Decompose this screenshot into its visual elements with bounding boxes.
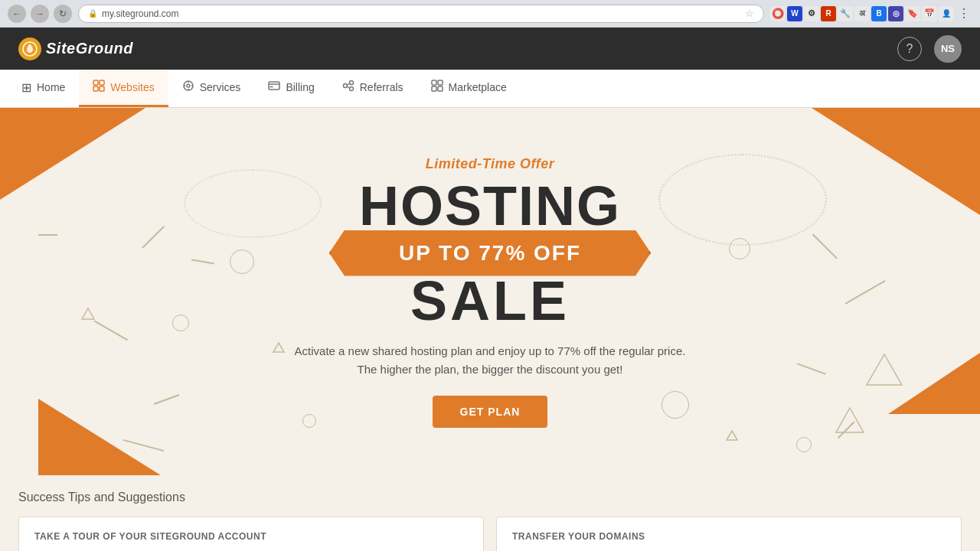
billing-icon [268,80,280,94]
ext-3[interactable]: R [821,6,836,21]
nav-websites[interactable]: Websites [79,70,168,107]
ext-10[interactable]: 👤 [939,6,954,21]
deco-circle-1 [230,249,254,274]
main-nav: ⊞ Home Websites Services [0,70,980,108]
limited-offer-text: Limited-Time Offer [426,156,554,172]
svg-rect-2 [100,80,104,85]
svg-rect-22 [438,86,443,91]
deco-small-tri-3 [725,429,739,445]
nav-marketplace-label: Marketplace [449,81,507,93]
get-plan-button[interactable]: GET PLAN [433,396,548,428]
deco-line-1 [142,226,164,248]
svg-rect-4 [100,86,104,91]
deco-line-3 [94,321,128,341]
svg-rect-1 [93,80,98,85]
svg-rect-3 [93,86,98,91]
subtitle-line2: The higher the plan, the bigger the disc… [295,360,686,379]
avatar[interactable]: NS [934,35,962,63]
url-text: my.siteground.com [102,8,740,19]
deco-small-tri-4 [835,406,865,437]
nav-marketplace[interactable]: Marketplace [417,70,521,107]
deco-circle-4 [729,238,750,259]
logo-text: SiteGround [46,40,133,57]
svg-marker-25 [727,431,737,440]
svg-point-6 [187,84,190,87]
ext-1[interactable]: W [787,6,802,21]
bottom-section: Success Tips and Suggestions TAKE A TOUR… [0,475,980,551]
sale-text: SALE [410,273,570,328]
banner-content: Limited-Time Offer HOSTING UP TO 77% OFF… [279,156,701,428]
cards-row: TAKE A TOUR OF YOUR SITEGROUND ACCOUNT T… [18,517,962,551]
nav-referrals-label: Referrals [360,81,403,93]
nav-referrals[interactable]: Referrals [328,70,417,107]
refresh-button[interactable]: ↻ [54,5,72,23]
referrals-icon [342,80,354,95]
ext-7[interactable]: ◎ [888,6,903,21]
deco-triangle-bottomright [888,353,980,414]
deco-line-2 [191,259,214,264]
svg-point-16 [349,87,353,91]
ext-2[interactable]: ⚙ [804,6,819,21]
nav-billing[interactable]: Billing [254,70,328,107]
svg-marker-26 [836,408,864,432]
deco-circle-2 [172,315,189,331]
extension-icons: ⭕ W ⚙ R 🔧 अ B ◎ 🔖 📅 👤 ⋮ [770,5,972,22]
deco-line-8 [797,363,826,374]
card-transfer[interactable]: TRANSFER YOUR DOMAINS [496,517,962,551]
back-button[interactable]: ← [8,5,26,23]
banner-subtitle: Activate a new shared hosting plan and e… [295,342,686,379]
success-tips-title: Success Tips and Suggestions [18,491,962,504]
hosting-text: HOSTING [359,178,621,233]
ext-5[interactable]: अ [854,6,870,21]
svg-rect-21 [432,86,436,91]
nav-home-label: Home [37,81,65,93]
ext-opera[interactable]: ⭕ [770,6,786,21]
sg-logo[interactable]: SiteGround [18,37,133,60]
subtitle-line1: Activate a new shared hosting plan and e… [295,342,686,360]
svg-line-17 [347,83,350,85]
ext-6[interactable]: B [871,6,887,21]
header-right: ? NS [897,35,962,63]
svg-marker-23 [82,308,94,319]
nav-billing-label: Billing [286,81,314,93]
browser-chrome: ← → ↻ 🔒 my.siteground.com ☆ ⭕ W ⚙ R 🔧 अ … [0,0,980,28]
ext-8[interactable]: 🔖 [905,6,920,21]
deco-line-4 [154,394,179,404]
deco-line-6 [812,233,838,259]
svg-rect-19 [432,80,436,85]
star-icon[interactable]: ☆ [745,8,754,19]
svg-point-14 [343,84,347,88]
deco-line-5 [123,439,165,452]
card-tour-title: TAKE A TOUR OF YOUR SITEGROUND ACCOUNT [34,531,468,542]
banner-section: Limited-Time Offer HOSTING UP TO 77% OFF… [0,108,980,475]
forward-button[interactable]: → [31,5,49,23]
ribbon-container: UP TO 77% OFF [329,230,651,276]
card-transfer-title: TRANSFER YOUR DOMAINS [512,531,946,542]
deco-triangle-topleft [0,108,145,200]
lock-icon: 🔒 [88,9,97,18]
svg-rect-20 [438,80,443,85]
deco-line-9 [838,422,854,439]
browser-menu-button[interactable]: ⋮ [956,5,972,22]
help-button[interactable]: ? [897,37,922,61]
deco-triangle-bottomleft [38,399,161,475]
services-icon [182,80,194,95]
deco-small-tri-5 [865,353,903,390]
nav-websites-label: Websites [110,81,154,93]
sg-logo-icon [18,37,41,60]
websites-icon [93,80,105,95]
address-bar[interactable]: 🔒 my.siteground.com ☆ [78,5,764,23]
sg-header: SiteGround ? NS [0,28,980,70]
home-icon: ⊞ [21,80,31,95]
deco-circle-6 [796,437,812,452]
svg-marker-27 [867,354,902,385]
svg-point-15 [349,81,353,85]
deco-line-7 [845,280,886,304]
card-tour[interactable]: TAKE A TOUR OF YOUR SITEGROUND ACCOUNT [18,517,484,551]
ext-4[interactable]: 🔧 [838,6,853,21]
nav-services[interactable]: Services [168,70,255,107]
ribbon-text: UP TO 77% OFF [399,241,581,265]
svg-line-18 [347,86,350,88]
ext-9[interactable]: 📅 [922,6,937,21]
nav-home[interactable]: ⊞ Home [8,70,79,107]
